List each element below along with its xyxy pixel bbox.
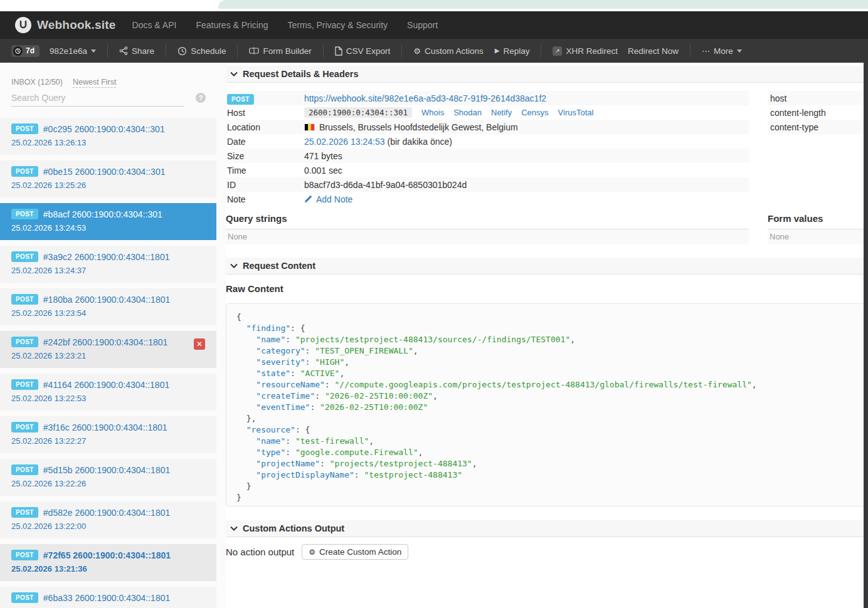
request-title-link[interactable]: #3f16c 2600:1900:0:4304::1801 <box>43 422 167 432</box>
custom-actions-button[interactable]: ⚙ Custom Actions <box>410 46 487 56</box>
table-row-id: ID b8acf7d3-d6da-41bf-9a04-6850301b024d <box>226 177 749 192</box>
nav-link-features-pricing[interactable]: Features & Pricing <box>196 20 268 30</box>
censys-link[interactable]: Censys <box>521 108 548 117</box>
replay-button[interactable]: ▶ Replay <box>491 46 534 56</box>
request-list-item[interactable]: POST #b8acf 2600:1900:0:4304::301 25.02.… <box>0 203 216 240</box>
request-title-link[interactable]: #5d15b 2600:1900:0:4304::1801 <box>43 465 170 475</box>
chevron-down-icon <box>230 71 238 76</box>
create-custom-action-button[interactable]: ⚙ Create Custom Action <box>302 544 408 560</box>
row-label: Note <box>226 194 304 204</box>
query-strings-title: Query strings <box>226 213 749 229</box>
page-scrollbar[interactable] <box>864 63 868 608</box>
ellipsis-icon: ⋯ <box>702 47 710 55</box>
request-list-item[interactable]: POST #5d15b 2600:1900:0:4304::1801 25.02… <box>0 459 216 496</box>
table-row-time: Time 0.001 sec <box>226 163 749 177</box>
section-request-details-headers[interactable]: Request Details & Headers <box>226 66 868 83</box>
token-dropdown[interactable]: 982e1e6a <box>46 46 100 56</box>
request-details-table: POST https://webhook.site/982e1e6a-a5d3-… <box>226 91 749 206</box>
size-value: 471 bytes <box>304 151 749 161</box>
navbar: Webhook.site Docs & API Features & Prici… <box>0 11 868 39</box>
request-title-link[interactable]: #180ba 2600:1900:0:4304::1801 <box>43 295 170 305</box>
request-list: POST #0c295 2600:1900:0:4304::301 25.02.… <box>0 118 216 608</box>
nav-link-support[interactable]: Support <box>407 20 438 30</box>
headers-table: host content-length content-type <box>768 91 868 134</box>
whois-link[interactable]: Whois <box>421 108 444 117</box>
request-url-link[interactable]: https://webhook.site/982e1e6a-a5d3-48c7-… <box>304 93 546 103</box>
toolbar-separator <box>401 44 402 58</box>
form-values-title: Form values <box>768 213 868 229</box>
sort-order-toggle[interactable]: Newest First <box>73 78 116 88</box>
custom-actions-label: Custom Actions <box>425 46 484 56</box>
nav-link-docs-api[interactable]: Docs & API <box>132 20 177 30</box>
redirect-now-button[interactable]: Redirect Now <box>624 46 682 56</box>
gear-icon: ⚙ <box>413 47 421 55</box>
search-input[interactable] <box>11 92 184 107</box>
clock-icon <box>177 46 187 56</box>
more-dropdown[interactable]: ⋯ More <box>698 46 746 56</box>
raw-content-code-block[interactable]: { "finding": { "name": "projects/testpro… <box>226 303 868 506</box>
share-button[interactable]: Share <box>115 46 158 56</box>
method-badge: POST <box>11 251 38 262</box>
help-icon[interactable]: ? <box>196 93 206 103</box>
section-request-content[interactable]: Request Content <box>226 258 868 275</box>
netify-link[interactable]: Netify <box>491 108 512 117</box>
request-list-item[interactable]: POST #180ba 2600:1900:0:4304::1801 25.02… <box>0 288 216 325</box>
request-list-item[interactable]: POST #d582e 2600:1900:0:4304::1801 25.02… <box>0 501 216 538</box>
request-date: 25.02.2026 13:23:21 <box>11 351 216 360</box>
request-title-link[interactable]: #242bf 2600:1900:0:4304::1801 <box>43 337 168 347</box>
request-title-link[interactable]: #d582e 2600:1900:0:4304::1801 <box>43 508 170 518</box>
xhr-redirect-label: XHR Redirect <box>566 46 618 56</box>
section-title: Request Details & Headers <box>243 69 359 79</box>
method-badge: POST <box>11 294 38 305</box>
request-list-item[interactable]: POST #3a9c2 2600:1900:0:4304::1801 25.02… <box>0 246 216 283</box>
json-payload: { "finding": { "name": "projects/testpro… <box>236 312 857 503</box>
request-title-link[interactable]: #72f65 2600:1900:0:4304::1801 <box>43 550 171 560</box>
request-date-link[interactable]: 25.02.2026 13:24:53 <box>304 137 384 147</box>
create-custom-action-label: Create Custom Action <box>319 547 401 557</box>
csv-export-button[interactable]: CSV Export <box>331 46 394 56</box>
request-title-link[interactable]: #6ba33 2600:1900:0:4304::1801 <box>43 593 170 603</box>
request-list-item[interactable]: POST #242bf 2600:1900:0:4304::1801 25.02… <box>0 331 216 368</box>
method-badge: POST <box>11 209 38 219</box>
toolbar: 7d 982e1e6a Share Schedule Form Builder … <box>0 39 868 63</box>
sidebar: INBOX (12/50) Newest First ? POST #0c295… <box>0 63 226 608</box>
location-value: Brussels, Brussels Hoofdstedelijk Gewest… <box>319 122 518 132</box>
table-row-host: Host 2600:1900:0:4304::301 Whois Shodan … <box>226 105 749 120</box>
schedule-label: Schedule <box>191 46 226 56</box>
virustotal-link[interactable]: VirusTotal <box>558 108 594 117</box>
method-badge: POST <box>11 464 38 475</box>
toolbar-separator <box>541 44 541 58</box>
row-label: Location <box>226 122 304 132</box>
play-icon: ▶ <box>495 48 500 54</box>
method-badge: POST <box>11 123 38 134</box>
request-list-item[interactable]: POST #6ba33 2600:1900:0:4304::1801 25.02… <box>0 587 216 608</box>
nav-link-terms-privacy-security[interactable]: Terms, Privacy & Security <box>288 20 388 30</box>
request-title-link[interactable]: #41164 2600:1900:0:4304::1801 <box>43 380 169 390</box>
toolbar-separator <box>690 44 691 58</box>
method-badge: POST <box>11 379 38 390</box>
section-custom-actions-output[interactable]: Custom Actions Output <box>226 520 868 537</box>
request-list-item[interactable]: POST #41164 2600:1900:0:4304::1801 25.02… <box>0 374 216 411</box>
request-title-link[interactable]: #0c295 2600:1900:0:4304::301 <box>43 124 165 134</box>
shodan-link[interactable]: Shodan <box>453 108 482 117</box>
xhr-redirect-button[interactable]: ↗ XHR Redirect <box>549 46 622 56</box>
schedule-button[interactable]: Schedule <box>174 46 230 56</box>
delete-request-button[interactable]: ✕ <box>194 338 205 350</box>
request-list-item[interactable]: POST #0be15 2600:1900:0:4304::301 25.02.… <box>0 160 216 197</box>
webhook-site-app: Webhook.site Docs & API Features & Prici… <box>0 0 868 608</box>
method-badge: POST <box>11 592 38 603</box>
request-list-item[interactable]: POST #72f65 2600:1900:0:4304::1801 25.02… <box>0 544 216 581</box>
request-list-item[interactable]: POST #0c295 2600:1900:0:4304::301 25.02.… <box>0 118 216 155</box>
request-title-link[interactable]: #3a9c2 2600:1900:0:4304::1801 <box>43 252 170 262</box>
request-list-item[interactable]: POST #3f16c 2600:1900:0:4304::1801 25.02… <box>0 416 216 453</box>
request-date: 25.02.2026 13:24:53 <box>11 223 216 233</box>
expiry-badge[interactable]: 7d <box>11 45 40 57</box>
form-builder-button[interactable]: Form Builder <box>245 46 315 56</box>
request-title-link[interactable]: #0be15 2600:1900:0:4304::301 <box>43 167 166 177</box>
relative-time: (bir dakika önce) <box>387 137 452 147</box>
add-note-link[interactable]: Add Note <box>316 194 352 204</box>
request-title-link[interactable]: #b8acf 2600:1900:0:4304::301 <box>43 209 162 219</box>
host-ip-chip[interactable]: 2600:1900:0:4304::301 <box>304 107 412 118</box>
brand[interactable]: Webhook.site <box>15 17 116 33</box>
request-date: 25.02.2026 13:21:36 <box>11 564 216 574</box>
